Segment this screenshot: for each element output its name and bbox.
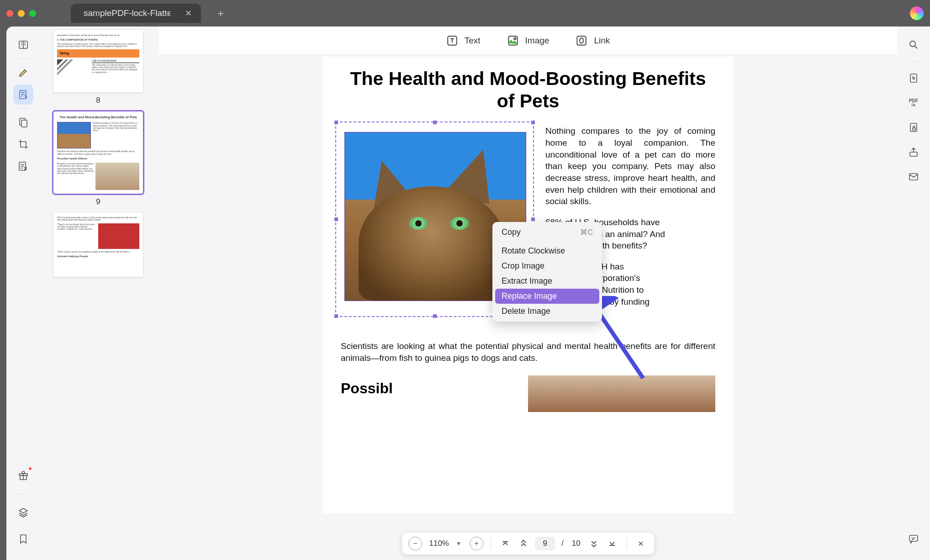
- menu-delete-image[interactable]: Delete Image: [495, 304, 599, 319]
- context-menu: Copy ⌘C Rotate Clockwise Crop Image Extr…: [492, 222, 602, 322]
- thumbnail-page-9[interactable]: The Health and Mood-Boosting Benefits of…: [46, 111, 151, 206]
- layers-icon[interactable]: [13, 502, 33, 523]
- reader-mode-icon[interactable]: [13, 35, 33, 55]
- email-icon[interactable]: [904, 167, 924, 187]
- tab-title: samplePDF-lock-Flatten: [84, 8, 170, 18]
- thumbnail-page-10[interactable]: NIH is funding large-scale surveys to fi…: [46, 213, 151, 277]
- main-column: Text Image Link The Health and Mood-Boos…: [159, 26, 897, 560]
- svg-rect-16: [910, 152, 917, 156]
- section-heading: Possibl: [341, 380, 393, 397]
- tool-text[interactable]: Text: [446, 35, 481, 47]
- prev-page-button[interactable]: [517, 537, 530, 550]
- avatar[interactable]: [910, 6, 924, 20]
- pdfa-icon[interactable]: PDF/A: [904, 93, 924, 113]
- menu-rotate-clockwise[interactable]: Rotate Clockwise: [495, 243, 599, 259]
- svg-rect-3: [21, 120, 27, 127]
- paragraph: Scientists are looking at what the poten…: [341, 340, 715, 364]
- page-number-input[interactable]: [535, 537, 555, 550]
- svg-point-12: [910, 41, 915, 47]
- thumbnail-page-8[interactable]: interaction of two lines, at the top or …: [46, 30, 151, 105]
- svg-rect-1: [20, 90, 26, 99]
- svg-rect-10: [577, 36, 587, 45]
- highlighter-icon[interactable]: [13, 63, 33, 83]
- convert-icon[interactable]: [904, 68, 924, 88]
- right-rail: PDF/A: [897, 26, 930, 560]
- menu-extract-image[interactable]: Extract Image: [495, 274, 599, 289]
- zoom-dropdown-icon[interactable]: ▼: [456, 540, 461, 547]
- lock-file-icon[interactable]: [904, 117, 924, 137]
- svg-rect-15: [913, 128, 915, 130]
- last-page-button[interactable]: [605, 537, 619, 550]
- new-tab-button[interactable]: ＋: [216, 6, 226, 20]
- app-body: interaction of two lines, at the top or …: [6, 26, 930, 560]
- zoom-out-button[interactable]: −: [408, 537, 422, 550]
- bookmark-icon[interactable]: [13, 529, 33, 549]
- thumbnail-panel: interaction of two lines, at the top or …: [40, 26, 159, 560]
- tab-active[interactable]: samplePDF-lock-Flatten ✕: [71, 4, 201, 23]
- tool-image[interactable]: Image: [507, 35, 550, 47]
- first-page-button[interactable]: [498, 537, 512, 550]
- menu-copy[interactable]: Copy ⌘C: [495, 225, 599, 240]
- page-title: The Health and Mood-Boosting Benefits of…: [341, 68, 715, 112]
- share-icon[interactable]: [904, 142, 924, 162]
- page-total: 10: [572, 539, 581, 548]
- menu-replace-image[interactable]: Replace Image: [495, 289, 599, 304]
- edit-toolbar: Text Image Link: [159, 26, 897, 55]
- tool-text-label: Text: [465, 36, 481, 46]
- redact-icon[interactable]: [13, 156, 33, 176]
- tool-image-label: Image: [525, 36, 550, 46]
- minimize-window-button[interactable]: [18, 10, 25, 17]
- shortcut-label: ⌘C: [580, 228, 593, 237]
- edit-content-icon[interactable]: [13, 85, 33, 105]
- maximize-window-button[interactable]: [29, 10, 36, 17]
- crop-page-icon[interactable]: [13, 134, 33, 154]
- paragraph: Nothing compares to the joy of coming ho…: [545, 125, 715, 207]
- zoom-value: 110%: [428, 539, 450, 548]
- view-controls-bar: − 110% ▼ + / 10 ✕: [402, 533, 654, 555]
- svg-point-9: [514, 37, 516, 39]
- tool-link-label: Link: [594, 36, 610, 46]
- close-window-button[interactable]: [6, 10, 13, 17]
- tab-close-icon[interactable]: ✕: [185, 8, 192, 18]
- left-rail: [6, 26, 40, 560]
- svg-rect-17: [909, 174, 918, 180]
- page-separator: /: [561, 539, 564, 548]
- search-icon[interactable]: [904, 35, 924, 55]
- tool-link[interactable]: Link: [576, 35, 610, 47]
- organize-pages-icon[interactable]: [13, 112, 33, 132]
- next-page-button[interactable]: [587, 537, 601, 550]
- menu-crop-image[interactable]: Crop Image: [495, 259, 599, 274]
- thumbnail-number: 8: [96, 96, 100, 105]
- close-bar-button[interactable]: ✕: [634, 537, 648, 550]
- thumbnail-number: 9: [96, 197, 100, 206]
- zoom-in-button[interactable]: +: [470, 537, 483, 550]
- window-controls: [6, 10, 36, 17]
- comment-icon[interactable]: [904, 529, 924, 549]
- body-image[interactable]: [528, 375, 715, 412]
- title-bar: samplePDF-lock-Flatten ✕ ＋: [0, 0, 930, 26]
- gift-icon[interactable]: [13, 465, 33, 486]
